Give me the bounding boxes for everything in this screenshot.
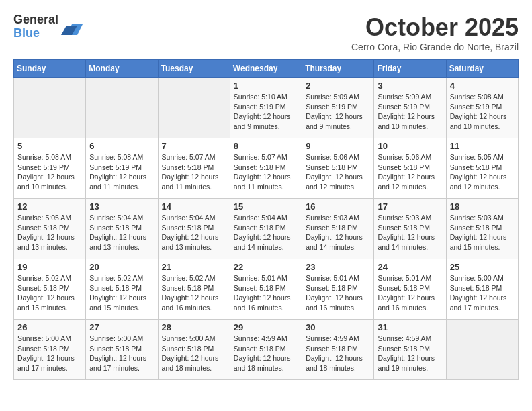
logo-general-text: General [13, 13, 58, 27]
table-row: 6Sunrise: 5:08 AMSunset: 5:19 PMDaylight… [86, 138, 158, 199]
day-info: Sunrise: 5:10 AMSunset: 5:19 PMDaylight:… [234, 92, 298, 132]
calendar-body: 1Sunrise: 5:10 AMSunset: 5:19 PMDaylight… [14, 78, 519, 380]
table-row: 11Sunrise: 5:05 AMSunset: 5:18 PMDayligh… [446, 138, 518, 199]
day-info: Sunrise: 5:05 AMSunset: 5:18 PMDaylight:… [450, 152, 515, 192]
table-row: 29Sunrise: 4:59 AMSunset: 5:18 PMDayligh… [230, 320, 302, 380]
header-sunday: Sunday [14, 60, 86, 78]
table-row: 24Sunrise: 5:01 AMSunset: 5:18 PMDayligh… [374, 259, 446, 320]
day-number: 5 [17, 141, 82, 151]
table-row: 23Sunrise: 5:01 AMSunset: 5:18 PMDayligh… [302, 259, 374, 320]
day-info: Sunrise: 5:07 AMSunset: 5:18 PMDaylight:… [234, 152, 298, 192]
day-info: Sunrise: 5:06 AMSunset: 5:18 PMDaylight:… [306, 152, 370, 192]
day-info: Sunrise: 5:00 AMSunset: 5:18 PMDaylight:… [89, 334, 154, 373]
day-info: Sunrise: 5:00 AMSunset: 5:18 PMDaylight:… [17, 334, 82, 373]
header-tuesday: Tuesday [158, 60, 230, 78]
table-row: 12Sunrise: 5:05 AMSunset: 5:18 PMDayligh… [14, 199, 86, 259]
day-info: Sunrise: 5:05 AMSunset: 5:18 PMDaylight:… [17, 213, 82, 253]
day-number: 11 [450, 141, 515, 151]
day-number: 19 [17, 262, 82, 272]
day-number: 23 [306, 262, 370, 272]
table-row: 21Sunrise: 5:02 AMSunset: 5:18 PMDayligh… [158, 259, 230, 320]
day-number: 14 [162, 201, 226, 212]
table-row: 9Sunrise: 5:06 AMSunset: 5:18 PMDaylight… [302, 138, 374, 199]
table-row: 7Sunrise: 5:07 AMSunset: 5:18 PMDaylight… [158, 138, 230, 199]
weekday-row: Sunday Monday Tuesday Wednesday Thursday… [14, 60, 519, 78]
day-info: Sunrise: 5:01 AMSunset: 5:18 PMDaylight:… [234, 273, 298, 313]
day-number: 30 [306, 322, 370, 332]
day-number: 24 [378, 262, 442, 272]
day-info: Sunrise: 5:00 AMSunset: 5:18 PMDaylight:… [450, 273, 515, 313]
table-row: 18Sunrise: 5:03 AMSunset: 5:18 PMDayligh… [446, 199, 518, 259]
page-header: General Blue October 2025 Cerro Cora, Ri… [13, 13, 519, 52]
day-info: Sunrise: 4:59 AMSunset: 5:18 PMDaylight:… [234, 334, 298, 373]
day-info: Sunrise: 5:02 AMSunset: 5:18 PMDaylight:… [89, 273, 154, 313]
table-row [446, 320, 518, 380]
table-row: 15Sunrise: 5:04 AMSunset: 5:18 PMDayligh… [230, 199, 302, 259]
day-number: 20 [89, 262, 154, 272]
table-row: 10Sunrise: 5:06 AMSunset: 5:18 PMDayligh… [374, 138, 446, 199]
day-number: 18 [450, 201, 515, 212]
day-number: 2 [306, 81, 370, 91]
table-row: 4Sunrise: 5:08 AMSunset: 5:19 PMDaylight… [446, 78, 518, 138]
day-info: Sunrise: 5:08 AMSunset: 5:19 PMDaylight:… [450, 92, 515, 132]
day-info: Sunrise: 5:01 AMSunset: 5:18 PMDaylight:… [306, 273, 370, 313]
table-row: 5Sunrise: 5:08 AMSunset: 5:19 PMDaylight… [14, 138, 86, 199]
day-number: 12 [17, 201, 82, 212]
title-section: October 2025 Cerro Cora, Rio Grande do N… [351, 13, 519, 52]
calendar-week-3: 12Sunrise: 5:05 AMSunset: 5:18 PMDayligh… [14, 199, 519, 259]
day-number: 25 [450, 262, 515, 272]
day-info: Sunrise: 5:07 AMSunset: 5:18 PMDaylight:… [162, 152, 226, 192]
day-number: 27 [89, 322, 154, 332]
table-row: 8Sunrise: 5:07 AMSunset: 5:18 PMDaylight… [230, 138, 302, 199]
day-number: 10 [378, 141, 442, 151]
day-number: 15 [234, 201, 298, 212]
table-row: 3Sunrise: 5:09 AMSunset: 5:19 PMDaylight… [374, 78, 446, 138]
day-number: 7 [162, 141, 226, 151]
day-info: Sunrise: 5:03 AMSunset: 5:18 PMDaylight:… [378, 213, 442, 253]
table-row [86, 78, 158, 138]
day-number: 22 [234, 262, 298, 272]
calendar-week-1: 1Sunrise: 5:10 AMSunset: 5:19 PMDaylight… [14, 78, 519, 138]
day-number: 13 [89, 201, 154, 212]
table-row: 28Sunrise: 5:00 AMSunset: 5:18 PMDayligh… [158, 320, 230, 380]
day-info: Sunrise: 5:02 AMSunset: 5:18 PMDaylight:… [162, 273, 226, 313]
table-row: 22Sunrise: 5:01 AMSunset: 5:18 PMDayligh… [230, 259, 302, 320]
header-wednesday: Wednesday [230, 60, 302, 78]
location-subtitle: Cerro Cora, Rio Grande do Norte, Brazil [351, 42, 519, 52]
logo-icon [61, 16, 83, 38]
logo: General Blue [13, 13, 83, 40]
day-number: 8 [234, 141, 298, 151]
calendar-week-5: 26Sunrise: 5:00 AMSunset: 5:18 PMDayligh… [14, 320, 519, 380]
table-row: 19Sunrise: 5:02 AMSunset: 5:18 PMDayligh… [14, 259, 86, 320]
table-row: 17Sunrise: 5:03 AMSunset: 5:18 PMDayligh… [374, 199, 446, 259]
day-info: Sunrise: 5:09 AMSunset: 5:19 PMDaylight:… [378, 92, 442, 132]
day-info: Sunrise: 5:03 AMSunset: 5:18 PMDaylight:… [306, 213, 370, 253]
table-row: 25Sunrise: 5:00 AMSunset: 5:18 PMDayligh… [446, 259, 518, 320]
day-number: 29 [234, 322, 298, 332]
table-row: 14Sunrise: 5:04 AMSunset: 5:18 PMDayligh… [158, 199, 230, 259]
table-row: 27Sunrise: 5:00 AMSunset: 5:18 PMDayligh… [86, 320, 158, 380]
month-title: October 2025 [351, 13, 519, 42]
day-number: 28 [162, 322, 226, 332]
calendar-table: Sunday Monday Tuesday Wednesday Thursday… [13, 59, 519, 380]
day-number: 31 [378, 322, 442, 332]
day-number: 6 [89, 141, 154, 151]
day-info: Sunrise: 5:04 AMSunset: 5:18 PMDaylight:… [234, 213, 298, 253]
header-saturday: Saturday [446, 60, 518, 78]
day-info: Sunrise: 5:08 AMSunset: 5:19 PMDaylight:… [89, 152, 154, 192]
day-number: 16 [306, 201, 370, 212]
header-thursday: Thursday [302, 60, 374, 78]
table-row: 26Sunrise: 5:00 AMSunset: 5:18 PMDayligh… [14, 320, 86, 380]
day-number: 4 [450, 81, 515, 91]
logo-blue-text: Blue [13, 27, 58, 40]
table-row [14, 78, 86, 138]
day-info: Sunrise: 4:59 AMSunset: 5:18 PMDaylight:… [378, 334, 442, 373]
calendar-week-2: 5Sunrise: 5:08 AMSunset: 5:19 PMDaylight… [14, 138, 519, 199]
day-number: 9 [306, 141, 370, 151]
table-row: 2Sunrise: 5:09 AMSunset: 5:19 PMDaylight… [302, 78, 374, 138]
day-number: 17 [378, 201, 442, 212]
table-row: 13Sunrise: 5:04 AMSunset: 5:18 PMDayligh… [86, 199, 158, 259]
table-row [158, 78, 230, 138]
table-row: 30Sunrise: 4:59 AMSunset: 5:18 PMDayligh… [302, 320, 374, 380]
day-info: Sunrise: 5:01 AMSunset: 5:18 PMDaylight:… [378, 273, 442, 313]
